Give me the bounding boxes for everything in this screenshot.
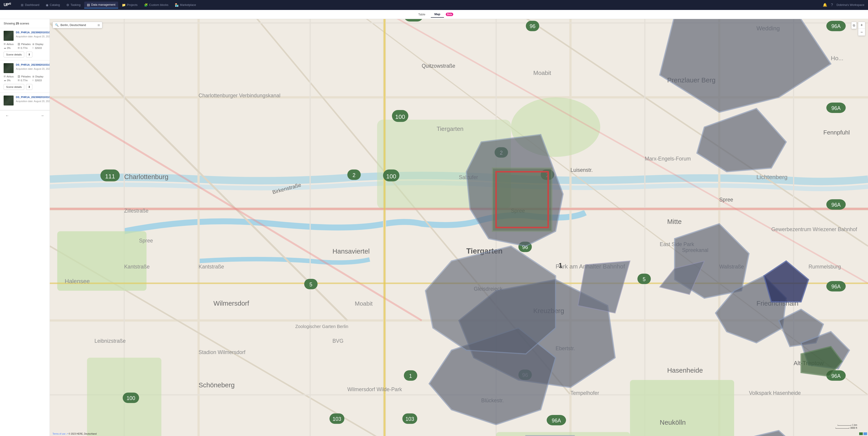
nav-item-custom-blocks[interactable]: 🧩 Custom blocks: [141, 2, 171, 8]
svg-text:Halensee: Halensee: [65, 278, 90, 285]
scene-sensor-1: 🖼 Pléiades: [18, 42, 32, 45]
svg-text:Tempelhofer: Tempelhofer: [570, 390, 599, 396]
catalog-icon: ◉: [46, 3, 49, 7]
svg-text:1: 1: [559, 261, 562, 269]
terms-link[interactable]: Terms of use ↗: [53, 433, 69, 435]
svg-text:Spree: Spree: [139, 238, 153, 244]
svg-text:Kantstraße: Kantstraße: [198, 264, 224, 270]
next-page-button[interactable]: →: [39, 113, 46, 119]
scene-actions-2: Scene details ⬇: [4, 84, 46, 90]
map-layers-button[interactable]: ⧉: [851, 22, 857, 29]
scene-cloud-1: ☁ 0%: [4, 46, 18, 49]
grid-icon: ⊹: [32, 46, 34, 49]
svg-text:Charlottenburger Verbindungska: Charlottenburger Verbindungskanal: [198, 93, 280, 98]
scale-bar-graphic-ft: [836, 428, 849, 429]
scene-info-3: DS_PHR1A_202308201031038_FR1_PX_E013N52_…: [16, 96, 50, 105]
scene-card-1[interactable]: DS_PHR1A_202308201031038_FR1_PX_E013N52_…: [0, 28, 50, 60]
map-terms: Terms of use ↗ © 2023 HERE, Deutschland: [53, 433, 97, 435]
map-search-bar[interactable]: 🔍 Berlin, Deutschland ⊞: [53, 22, 102, 28]
svg-text:Zillestraße: Zillestraße: [124, 208, 149, 214]
display-icon-2: 🖥: [32, 75, 34, 78]
svg-text:96A: 96A: [408, 19, 419, 20]
scene-cloud-2: ☁ 0%: [4, 79, 18, 82]
cloud-icon-2: ☁: [4, 79, 6, 82]
svg-text:Volkspark Hasenheide: Volkspark Hasenheide: [749, 390, 801, 396]
resolution-icon: ⊞: [18, 46, 20, 49]
svg-text:Rummelsburg: Rummelsburg: [808, 264, 841, 270]
nav-item-marketplace[interactable]: 🏪 Marketplace: [172, 2, 199, 8]
svg-text:Spree: Spree: [719, 197, 733, 203]
svg-text:Moabit: Moabit: [533, 69, 552, 76]
scale-km: 1 km: [838, 424, 857, 426]
nav-item-projects[interactable]: 📁 Projects: [119, 2, 141, 8]
svg-text:100: 100: [127, 395, 135, 401]
scale-ft: 3000 ft: [836, 427, 857, 429]
scene-provider-2: ⊞ Airbus: [4, 75, 18, 78]
map-background: Tiergarten Prenzlauer Berg Mitte Charlot…: [50, 19, 868, 436]
scene-date-3: Acquisition date: August 20, 2023, 10:31…: [16, 100, 50, 102]
svg-text:103: 103: [405, 416, 414, 422]
svg-text:Ho...: Ho...: [831, 55, 843, 62]
scene-card-3[interactable]: DS_PHR1A_202308201031038_FR1_PX_E013N52_…: [0, 93, 50, 110]
help-icon[interactable]: ?: [831, 3, 833, 7]
scene-provider-1: ⊞ Airbus: [4, 42, 18, 45]
download-button-2[interactable]: ⬇: [26, 84, 32, 90]
svg-text:Leibnizstraße: Leibnizstraße: [94, 338, 126, 344]
map-zoom-controls: + −: [858, 22, 865, 36]
svg-text:96A: 96A: [552, 418, 561, 424]
layers-icon: ⧉: [853, 24, 855, 27]
svg-text:Wilmersdorf Wilde-Park: Wilmersdorf Wilde-Park: [347, 386, 402, 392]
svg-text:Lichtenberg: Lichtenberg: [756, 174, 787, 180]
scene-meta-1: ⊞ Airbus 🖼 Pléiades 🖥 Display ☁ 0% ⊞: [4, 42, 46, 49]
svg-text:100: 100: [386, 173, 396, 180]
top-navigation: UP42 ⊞ Dashboard ◉ Catalog ⚙ Tasking ▤ D…: [0, 0, 868, 10]
tasking-icon: ⚙: [66, 3, 69, 7]
sensor-icon: 🖼: [18, 43, 20, 45]
scene-display-1: 🖥 Display: [32, 42, 46, 45]
svg-text:103: 103: [333, 416, 341, 422]
nav-item-tasking[interactable]: ⚙ Tasking: [64, 2, 83, 8]
scene-name-3: DS_PHR1A_202308201031038_FR1_PX_E013N52_…: [16, 96, 50, 99]
svg-text:96A: 96A: [831, 284, 841, 289]
scene-name-1: DS_PHR1A_202308201031038_FR1_PX_E013N52_…: [16, 31, 50, 34]
nav-item-catalog[interactable]: ◉ Catalog: [43, 2, 63, 8]
nav-item-data-management[interactable]: ▤ Data management: [84, 2, 118, 8]
prev-page-button[interactable]: ←: [4, 113, 11, 119]
tab-map[interactable]: Map: [431, 11, 444, 18]
svg-text:Hansaviertel: Hansaviertel: [332, 247, 370, 255]
scene-resolution-2: ⊞ 0.77m: [18, 79, 32, 82]
marketplace-icon: 🏪: [175, 3, 179, 7]
svg-text:Neukölln: Neukölln: [660, 418, 686, 426]
scene-grid-1: ⊹ 32633: [32, 46, 46, 49]
resolution-icon-2: ⊞: [18, 79, 20, 82]
provider-icon-2: ⊞: [4, 75, 6, 78]
scene-date-2: Acquisition date: August 20, 2023, 10:31…: [16, 67, 50, 70]
map-container[interactable]: Tiergarten Prenzlauer Berg Mitte Charlot…: [50, 19, 868, 436]
svg-text:BVG: BVG: [332, 338, 343, 344]
svg-text:Gewerbezentrum Wriezener Bahnh: Gewerbezentrum Wriezener Bahnhof: [771, 226, 857, 232]
provider-icon: ⊞: [4, 42, 6, 45]
notification-icon[interactable]: 🔔: [823, 3, 827, 7]
svg-rect-23: [630, 380, 734, 436]
svg-text:Luisenstr.: Luisenstr.: [570, 167, 593, 173]
svg-text:1: 1: [409, 373, 412, 379]
sub-navigation: Table Map Beta: [0, 10, 868, 19]
scene-sensor-2: 🖼 Pléiades: [18, 75, 32, 78]
scenes-sidebar: Showing 25 scenes DS_PHR1A_2023082010310…: [0, 19, 50, 436]
zoom-in-button[interactable]: +: [858, 22, 865, 29]
svg-text:5: 5: [643, 276, 646, 282]
svg-text:Schöneberg: Schöneberg: [198, 381, 235, 389]
app-logo: UP42: [4, 2, 11, 7]
filter-icon[interactable]: ⊞: [98, 24, 100, 27]
tab-table[interactable]: Table: [415, 11, 429, 18]
scene-details-button-2[interactable]: Scene details: [4, 84, 24, 90]
scene-card-2[interactable]: DS_PHR1A_202308201031038_FR1_PX_E013N52_…: [0, 60, 50, 93]
download-button-1[interactable]: ⬇: [26, 52, 32, 58]
scene-top-1: DS_PHR1A_202308201031038_FR1_PX_E013N52_…: [4, 31, 46, 41]
map-scale: 1 km 3000 ft: [836, 424, 857, 429]
zoom-out-button[interactable]: −: [858, 29, 865, 35]
svg-text:Marx-Engels-Forum: Marx-Engels-Forum: [645, 156, 691, 162]
nav-item-dashboard[interactable]: ⊞ Dashboard: [18, 2, 42, 8]
scene-info-1: DS_PHR1A_202308201031038_FR1_PX_E013N52_…: [16, 31, 50, 41]
scene-details-button-1[interactable]: Scene details: [4, 52, 24, 58]
